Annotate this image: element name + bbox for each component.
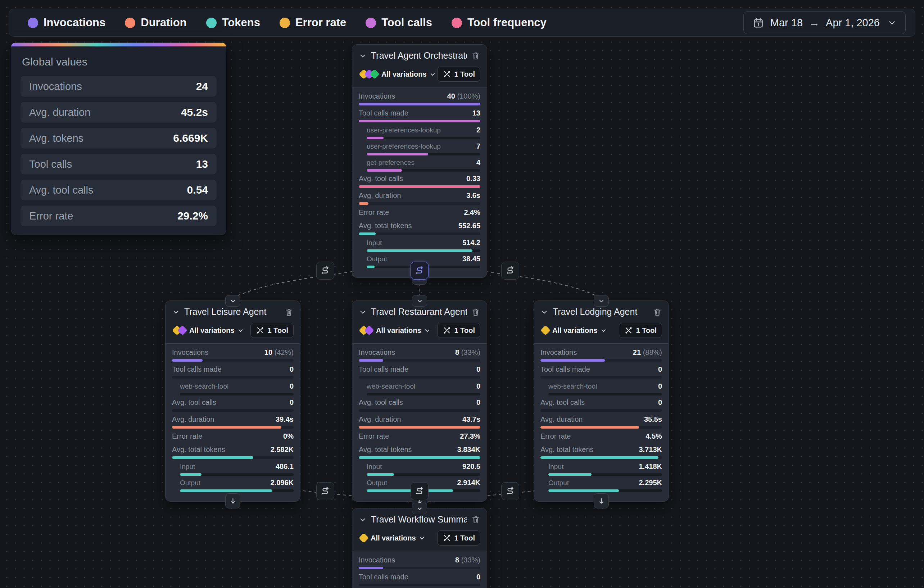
delete-agent-button[interactable] [471, 307, 480, 317]
router-icon-button[interactable] [316, 262, 334, 279]
metric-value: 0 [658, 382, 662, 390]
legend-item-duration[interactable]: Duration [125, 16, 186, 29]
chevron-down-icon[interactable] [419, 535, 425, 542]
delete-agent-button[interactable] [653, 307, 662, 317]
metric-label: Error rate [359, 208, 389, 216]
tool-count-badge[interactable]: 1 Tool [619, 323, 662, 338]
agent-graph-canvas[interactable]: InvocationsDurationTokensError rateTool … [0, 0, 924, 588]
metric-head: Error rate0% [172, 432, 294, 441]
metric-bar-fill [359, 567, 383, 569]
metric-value: 2.096K [271, 479, 294, 487]
legend-item-tool-frequency[interactable]: Tool frequency [452, 16, 546, 29]
tools-icon [442, 70, 451, 78]
legend-item-tool-calls[interactable]: Tool calls [366, 16, 432, 29]
chevron-down-icon[interactable] [424, 327, 431, 334]
metric-bar-fill [367, 489, 453, 492]
metric-row-avg-total-tokens: Avg. total tokens552.65 [359, 222, 480, 235]
global-metric-row-tool-calls: Tool calls13 [20, 154, 216, 175]
metric-row-tool-calls-made: Tool calls made0 [172, 365, 294, 378]
bottom-connector-button[interactable] [594, 493, 609, 509]
router-icon-button-active[interactable] [411, 262, 429, 279]
collapse-chevron-icon[interactable] [172, 308, 180, 316]
variations-dropdown[interactable]: All variations [552, 326, 598, 335]
metric-label: user-preferences-lookup [367, 142, 441, 150]
metric-bar-track [172, 426, 294, 429]
metric-row-invocations: Invocations21 (88%) [540, 349, 662, 362]
metric-head: Avg. duration43.7s [359, 415, 480, 424]
card-title-row: Travel Workflow Summarizer [359, 514, 480, 525]
metric-value: 4.5% [645, 432, 662, 441]
arrow-right-icon: → [809, 17, 820, 29]
chevron-down-icon[interactable] [237, 327, 244, 334]
metric-head: Input514.2 [367, 239, 480, 247]
metric-percent: (88%) [643, 349, 662, 356]
variations-dropdown[interactable]: All variations [381, 70, 427, 78]
variations-dropdown[interactable]: All variations [189, 326, 234, 335]
metric-label: Avg. total tokens [540, 446, 594, 454]
chevron-down-icon [598, 297, 605, 305]
global-metric-value: 6.669K [173, 132, 208, 144]
metric-head: user-preferences-lookup7 [367, 142, 480, 150]
metric-head: web-search-tool0 [180, 382, 294, 390]
global-metric-label: Avg. duration [29, 107, 90, 118]
metric-row-invocations: Invocations10 (42%) [172, 349, 294, 362]
delete-agent-button[interactable] [471, 51, 480, 61]
metric-head: Avg. tool calls0 [540, 398, 662, 406]
delete-agent-button[interactable] [471, 515, 480, 524]
tool-count-badge[interactable]: 1 Tool [251, 323, 294, 338]
metric-head: Avg. tool calls0 [359, 398, 480, 406]
collapse-chevron-icon[interactable] [359, 308, 367, 316]
router-icon-button[interactable] [501, 482, 519, 500]
legend-item-invocations[interactable]: Invocations [28, 16, 106, 29]
variations-row: All variations1 Tool [359, 66, 480, 82]
metric-bar-track [359, 409, 480, 412]
tool-count-badge[interactable]: 1 Tool [437, 323, 480, 338]
metric-value: 8 (33%) [455, 556, 480, 564]
metric-label: web-search-tool [180, 383, 228, 390]
tool-count-badge[interactable]: 1 Tool [437, 66, 480, 82]
metric-value: 0 [290, 398, 294, 406]
router-icon-button[interactable] [316, 482, 334, 500]
top-connector-button[interactable] [225, 295, 240, 307]
trash-icon [471, 51, 480, 61]
top-connector-button[interactable] [594, 295, 609, 307]
router-icon-button[interactable] [411, 482, 429, 500]
global-metric-row-invocations: Invocations24 [20, 76, 216, 97]
agent-card-travel-lodging-agent: Travel Lodging AgentAll variations1 Tool… [534, 301, 669, 502]
legend-item-error-rate[interactable]: Error rate [280, 16, 346, 29]
variations-row: All variations1 Tool [359, 530, 480, 545]
variations-dropdown[interactable]: All variations [376, 326, 421, 335]
metric-head: Invocations8 (33%) [359, 556, 480, 564]
bottom-connector-button[interactable] [225, 493, 240, 509]
chevron-down-icon[interactable] [600, 327, 607, 334]
card-header: Travel Restaurant AgentAll variations1 T… [352, 301, 487, 344]
date-range-picker[interactable]: Mar 18 → Apr 1, 2026 [743, 11, 906, 34]
metric-bar-fill [367, 137, 384, 139]
metric-head: Avg. total tokens3.834K [359, 446, 480, 454]
tool-count-badge[interactable]: 1 Tool [437, 530, 480, 545]
top-connector-button[interactable] [412, 503, 427, 514]
legend-item-tokens[interactable]: Tokens [206, 16, 260, 29]
metric-bar-track [367, 393, 480, 395]
top-connector-button[interactable] [412, 295, 427, 307]
collapse-chevron-icon[interactable] [359, 52, 367, 60]
metric-head: Avg. total tokens3.713K [540, 446, 662, 454]
collapse-chevron-icon[interactable] [359, 516, 367, 524]
metric-row-error-rate: Error rate4.5% [540, 432, 662, 441]
metric-row-error-rate: Error rate2.4% [359, 208, 480, 216]
metric-row-avg-duration: Avg. duration3.6s [359, 192, 480, 205]
metric-label: Avg. total tokens [359, 446, 412, 454]
delete-agent-button[interactable] [284, 307, 294, 317]
metric-bar-track [367, 153, 480, 155]
legend-label: Error rate [295, 16, 346, 29]
router-icon-button[interactable] [501, 262, 519, 279]
date-range-end: Apr 1, 2026 [826, 17, 880, 29]
metric-head: Invocations8 (33%) [359, 349, 480, 357]
chevron-down-icon[interactable] [429, 71, 436, 78]
collapse-chevron-icon[interactable] [540, 308, 548, 316]
variations-dropdown[interactable]: All variations [371, 534, 416, 542]
metric-label: Tool calls made [359, 109, 408, 117]
arrow-down-icon [229, 497, 237, 505]
tool-calls-dot-icon [366, 18, 376, 28]
card-title-row: Travel Lodging Agent [540, 307, 662, 317]
